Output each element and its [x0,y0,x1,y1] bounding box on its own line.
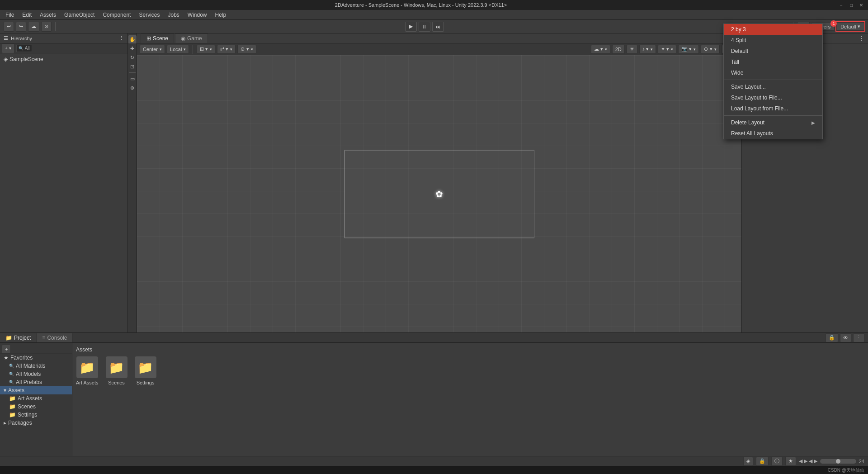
move-tool[interactable]: ✚ [128,44,137,52]
reset-all-layouts[interactable]: Reset All Layouts [724,128,822,139]
scene-audio-dropdown[interactable]: ♪ ▾ [639,45,656,54]
center-dropdown[interactable]: Center [140,45,165,54]
play-button[interactable]: ▶ [405,22,417,32]
menu-assets[interactable]: Assets [36,11,60,19]
save-layout-file[interactable]: Save Layout to File... [724,92,822,103]
menu-component[interactable]: Component [99,11,134,19]
menu-services[interactable]: Services [135,11,163,19]
local-dropdown[interactable]: Local [167,45,189,54]
center-label: Center [143,47,158,52]
minimize-button[interactable]: − [838,2,844,8]
lock-button2[interactable]: 🔒 [756,457,769,466]
transform-tool[interactable]: ⊛ [128,84,137,92]
rect-tool[interactable]: ▭ [128,75,137,83]
pause-button[interactable]: ⏸ [419,22,430,32]
hierarchy-tree: ◈ SampleScene [0,53,127,65]
scene-gizmos-dropdown[interactable]: ⊙ ▾ [701,45,719,54]
menu-jobs[interactable]: Jobs [164,11,183,19]
layout-default[interactable]: Default [724,46,822,57]
asset-count: ◀ ▶ ◀ ▶ [799,458,817,464]
tab-project[interactable]: 📁 Project [0,333,37,342]
scene-2d-button[interactable]: 2D [612,45,625,54]
layout-button[interactable]: Default ▾ [836,22,864,31]
art-assets-folder[interactable]: 📁 Art Assets [76,356,99,385]
layout-wide[interactable]: Wide [724,67,822,78]
dropdown-arrow-icon: ▾ [858,24,860,29]
project-add-button[interactable]: + [2,345,11,354]
tab-game[interactable]: ◉ Game [175,33,208,43]
inspector-options-icon[interactable]: ⋮ [859,35,864,42]
menu-gameobject[interactable]: GameObject [61,11,98,19]
all-prefabs-label: All Prefabs [16,379,42,385]
menu-help[interactable]: Help [212,11,230,19]
zoom-fit-button[interactable]: ◈ [743,457,753,466]
bottom-tabs-row: 📁 Project ≡ Console 🔒 👁 ⋮ [0,333,868,343]
game-tab-icon: ◉ [181,35,185,42]
zoom-value: 24 [859,459,864,464]
hierarchy-search-icon: 🔍 [19,46,24,51]
all-prefabs-item[interactable]: 🔍 All Prefabs [0,378,72,386]
project-lock-button[interactable]: 🔒 [826,333,838,342]
art-assets-item[interactable]: 📁 Art Assets [0,394,72,403]
scene-light-button[interactable]: ☀ [627,45,637,54]
scene-fx2-dropdown[interactable]: ✦ ▾ [658,45,676,54]
hierarchy-add-button[interactable]: + ▾ [2,43,14,53]
all-materials-item[interactable]: 🔍 All Materials [0,362,72,370]
menu-edit[interactable]: Edit [19,11,35,19]
menu-file[interactable]: File [2,11,18,19]
layout-4split[interactable]: 4 Split [724,35,822,46]
all-models-item[interactable]: 🔍 All Models [0,370,72,378]
scene-toolbar: Center Local ⊞ ▾ ⇄ ▾ ⊙ ▾ ☁ ▾ 2D ☀ ♪ ▾ ✦ … [137,43,741,55]
grid-dropdown[interactable]: ⊞ ▾ [197,45,215,54]
hierarchy-title: Hierarchy [11,36,116,41]
snap-settings-dropdown[interactable]: ⊙ ▾ [237,45,256,54]
close-button[interactable]: ✕ [858,2,864,8]
scene-unity-logo: ✿ [435,189,443,199]
redo-button[interactable]: ↪ [16,22,26,32]
tab-scene[interactable]: ⊞ Scene [141,33,174,43]
project-eye-button[interactable]: 👁 [840,333,851,342]
move-snap-dropdown[interactable]: ⇄ ▾ [217,45,236,54]
layout-wide-label: Wide [731,70,743,76]
pause-events-button[interactable]: ⊘ [41,22,52,32]
star-button[interactable]: ★ [785,457,796,466]
maximize-button[interactable]: □ [848,2,854,8]
scale-tool[interactable]: ⊡ [128,62,137,71]
project-tab-label: Project [14,335,31,341]
packages-item[interactable]: ▸ Packages [0,419,72,427]
project-options-button[interactable]: ⋮ [853,333,864,342]
settings-item[interactable]: 📁 Settings [0,411,72,419]
rotate-tool[interactable]: ↻ [128,53,137,62]
assets-path-title: Assets [76,346,864,353]
favorites-item[interactable]: ★ Favorites [0,354,72,362]
undo-button[interactable]: ↩ [4,22,14,32]
save-layout[interactable]: Save Layout... [724,81,822,92]
hierarchy-scene-root[interactable]: ◈ SampleScene [0,55,127,63]
scenes-folder[interactable]: 📁 Scenes [106,356,127,385]
info-button[interactable]: ⓘ [771,457,783,466]
settings-folder-label: Settings [137,380,155,385]
scene-camera-dropdown[interactable]: 📷 ▾ [678,45,699,54]
settings-folder[interactable]: 📁 Settings [135,356,156,385]
hierarchy-options-icon[interactable]: ⋮ [119,35,124,41]
zoom-slider[interactable] [820,459,856,464]
scene-view: ⊞ Scene ◉ Game ⋮ Center [137,33,741,332]
load-layout-file[interactable]: Load Layout from File... [724,103,822,114]
menu-window[interactable]: Window [184,11,211,19]
scene-viewport[interactable]: ✿ [137,55,741,332]
layout-2by3[interactable]: 2 by 3 [724,24,822,35]
delete-layout[interactable]: Delete Layout ▶ [724,117,822,128]
scenes-item[interactable]: 📁 Scenes [0,403,72,411]
menu-bar: File Edit Assets GameObject Component Se… [0,10,868,20]
assets-item[interactable]: ▾ Assets [0,386,72,394]
cloud-button[interactable]: ☁ [28,22,39,32]
all-materials-label: All Materials [16,363,45,369]
step-button[interactable]: ⏭ [432,22,444,32]
bottom-panel: 📁 Project ≡ Console 🔒 👁 ⋮ + ★ Favorites … [0,332,868,466]
tab-console[interactable]: ≡ Console [37,333,73,342]
scene-fx-dropdown[interactable]: ☁ ▾ [591,45,610,54]
assets-grid: 📁 Art Assets 📁 Scenes 📁 Settings [76,356,864,385]
hand-tool[interactable]: ✋ [128,35,137,43]
search-icon-sm3: 🔍 [9,380,14,384]
layout-tall[interactable]: Tall [724,57,822,67]
